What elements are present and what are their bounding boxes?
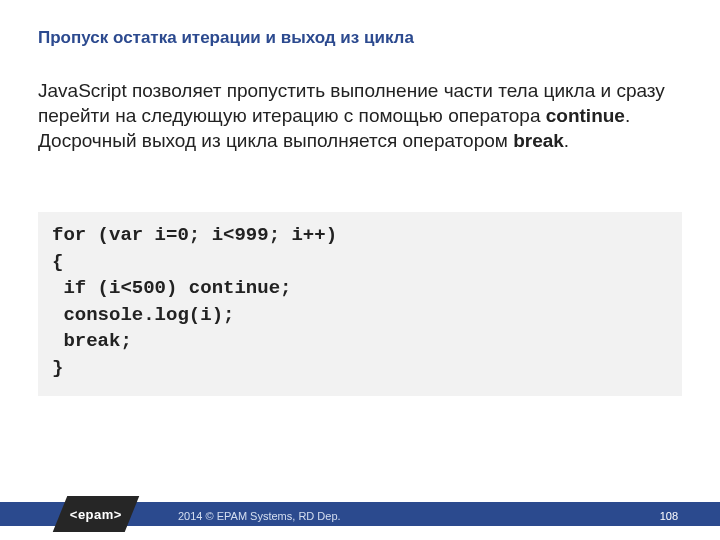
footer-page-number: 108 xyxy=(660,510,678,522)
footer-copyright: 2014 © EPAM Systems, RD Dep. xyxy=(178,510,341,522)
body-strong-continue: continue xyxy=(546,105,625,126)
slide-title: Пропуск остатка итерации и выход из цикл… xyxy=(38,28,414,48)
slide-body: JavaScript позволяет пропустить выполнен… xyxy=(38,78,682,153)
slide: Пропуск остатка итерации и выход из цикл… xyxy=(0,0,720,540)
code-block: for (var i=0; i<999; i++) { if (i<500) c… xyxy=(38,212,682,396)
body-part-3: . xyxy=(564,130,569,151)
body-strong-break: break xyxy=(513,130,564,151)
epam-logo-text: <epam> xyxy=(70,507,122,522)
epam-logo: <epam> xyxy=(53,496,140,532)
